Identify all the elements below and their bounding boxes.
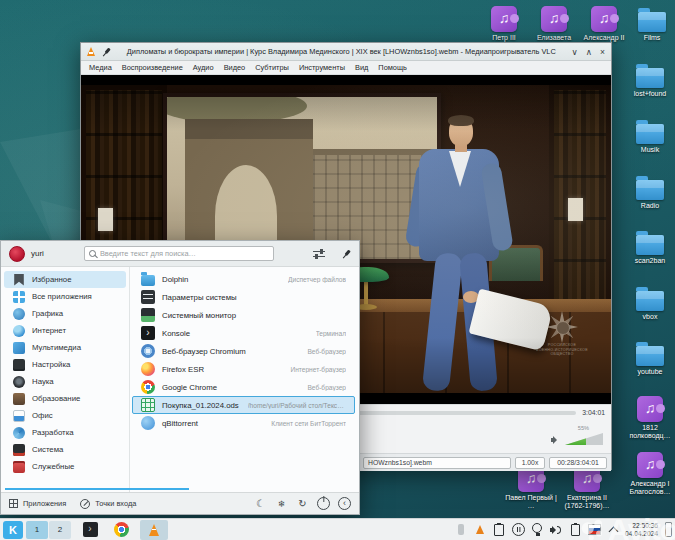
app-name: Dolphin [162,275,188,284]
vlc-menu-tools[interactable]: Инструменты [295,61,349,74]
desktop-icon-radio[interactable]: Radio [626,174,674,210]
app-item-system-settings[interactable]: Параметры системы [132,288,355,306]
sidebar-item-all-apps[interactable]: Все приложения [4,288,126,305]
task-vlc[interactable] [140,520,168,540]
sidebar-item-graphics[interactable]: Графика [4,305,126,322]
desktop-icon-label: Елизавета [530,34,578,42]
vlc-menu-subtitles[interactable]: Субтитры [251,61,293,74]
playback-rate[interactable]: 1.00x [515,457,545,469]
vlc-tray-icon[interactable] [474,523,487,536]
desktop-icon-musik[interactable]: Musik [626,118,674,154]
minimize-button[interactable]: ∨ [572,44,578,60]
system-settings-icon [141,290,155,304]
clipboard-icon[interactable] [493,523,506,536]
music-icon [637,452,663,478]
search-input[interactable] [100,249,269,258]
desktop-icon-elizaveta[interactable]: Елизавета [530,6,578,42]
app-name: Параметры системы [162,293,237,302]
configure-icon[interactable] [313,249,325,259]
vlc-menu-playback[interactable]: Воспроизведение [118,61,187,74]
tab-applications[interactable]: Приложения [9,499,66,509]
sidebar-item-internet[interactable]: Интернет [4,322,126,339]
speaker-icon[interactable] [551,435,561,445]
search-box[interactable] [84,246,274,261]
sidebar-item-development[interactable]: Разработка [4,424,126,441]
vlc-menu-media[interactable]: Медиа [85,61,116,74]
desktop-icon-petr-iii[interactable]: Петр III [480,6,528,42]
rvio-watermark: РОССИЙСКОЕ ВОЕННО-ИСТОРИЧЕСКОЕ ОБЩЕСТВО [533,311,591,357]
desktop-icon-lost-found[interactable]: lost+found [626,62,674,98]
user-avatar[interactable] [9,246,25,262]
virtual-desktop-1[interactable]: 1 [26,521,48,539]
hibernate-button[interactable] [275,497,288,510]
app-desc: /home/yuri/Рабочий стол/Тексты/Покупка… [248,402,346,409]
app-item-chromium[interactable]: Веб-браузер ChromiumВеб-браузер [132,342,355,360]
volume-control[interactable]: 55% [551,433,603,445]
desktop-icon-1812-polkovodcy[interactable]: 1812 полководц… [626,396,674,440]
app-item-konsole[interactable]: KonsoleТерминал [132,324,355,342]
grid-icon [9,499,18,508]
task-chrome[interactable] [109,520,133,540]
desktop-icon-label: Films [628,34,675,42]
vlc-titlebar[interactable]: Дипломаты и бюрократы империи | Курс Вла… [81,43,611,61]
office-icon [13,410,25,422]
desktop-icon-films[interactable]: Films [628,6,675,42]
tab-entry-points[interactable]: Точки входа [80,499,136,509]
keyboard-ru-icon[interactable] [588,523,601,536]
desktop-icon-scan2ban[interactable]: scan2ban [626,229,674,265]
volume-slider[interactable] [565,433,603,445]
desktop-icon-youtube[interactable]: youtube [626,340,674,376]
volume-icon[interactable] [550,523,563,536]
app-item-system-monitor[interactable]: Системный монитор [132,306,355,324]
vlc-menu-view[interactable]: Вид [351,61,372,74]
sidebar-item-system[interactable]: Система [4,441,126,458]
app-launcher-button[interactable] [3,521,23,539]
app-item-qbittorrent[interactable]: qBittorrentКлиент сети БитТоррент [132,414,355,432]
shelf-document [568,198,583,221]
desktop-icon-aleksandr-ii[interactable]: Александр II [580,6,628,42]
show-desktop-button[interactable] [665,522,672,537]
music-icon [541,6,567,32]
sidebar-item-science[interactable]: Наука [4,373,126,390]
sidebar-item-favorites[interactable]: Избранное [4,271,126,288]
launcher-sidebar: ИзбранноеВсе приложенияГрафикаИнтернетМу… [1,271,129,475]
power-bulb-icon[interactable] [531,523,544,536]
sidebar-item-settings[interactable]: Настройка [4,356,126,373]
task-konsole[interactable] [78,520,102,540]
expand-arrow-icon[interactable] [607,523,620,536]
desktop-icon-pavel-pervyi[interactable]: Павел Первый | … [505,466,557,510]
pokupka-ods-icon [141,398,155,412]
sidebar-item-education[interactable]: Образование [4,390,126,407]
sidebar-item-label: Настройка [32,360,70,369]
virtual-desktop-2[interactable]: 2 [49,521,71,539]
tab-label: Точки входа [95,499,136,508]
leave-button[interactable] [338,497,351,510]
desktop-icon-vbox[interactable]: vbox [626,285,674,321]
device-dim-icon[interactable] [455,523,468,536]
time-display[interactable]: 00:28/3:04:01 [549,457,607,469]
battery-icon[interactable] [569,523,582,536]
app-item-chrome[interactable]: Google ChromeВеб-браузер [132,378,355,396]
sidebar-item-office[interactable]: Офис [4,407,126,424]
sleep-button[interactable] [254,497,267,510]
desktop-icon-label: youtube [626,368,674,376]
app-item-dolphin[interactable]: DolphinДиспетчер файлов [132,270,355,288]
clock[interactable]: 22:50:36 04.04.2024 [625,522,658,537]
sidebar-item-utilities[interactable]: Служебные [4,458,126,475]
maximize-button[interactable]: ∧ [586,44,592,60]
desktop-icon-ekaterina-ii[interactable]: Екатерина II (1762-1796)… [556,466,618,510]
media-pause-icon[interactable] [512,523,525,536]
dolphin-icon [141,275,155,286]
desktop-icon-aleksandr-i[interactable]: Александр I Благослов… [626,452,674,496]
pin-icon[interactable] [339,246,353,260]
vlc-menu-video[interactable]: Видео [220,61,250,74]
sidebar-item-multimedia[interactable]: Мультимедиа [4,339,126,356]
app-desc: Интернет-браузер [290,366,346,373]
app-item-firefox[interactable]: Firefox ESRИнтернет-браузер [132,360,355,378]
shutdown-button[interactable] [317,497,330,510]
app-item-pokupka-ods[interactable]: Покупка_01.2024.ods/home/yuri/Рабочий ст… [132,396,355,414]
vlc-menu-audio[interactable]: Аудио [189,61,218,74]
vlc-menu-help[interactable]: Помощь [374,61,411,74]
restart-button[interactable] [296,497,309,510]
close-button[interactable]: × [600,44,605,60]
